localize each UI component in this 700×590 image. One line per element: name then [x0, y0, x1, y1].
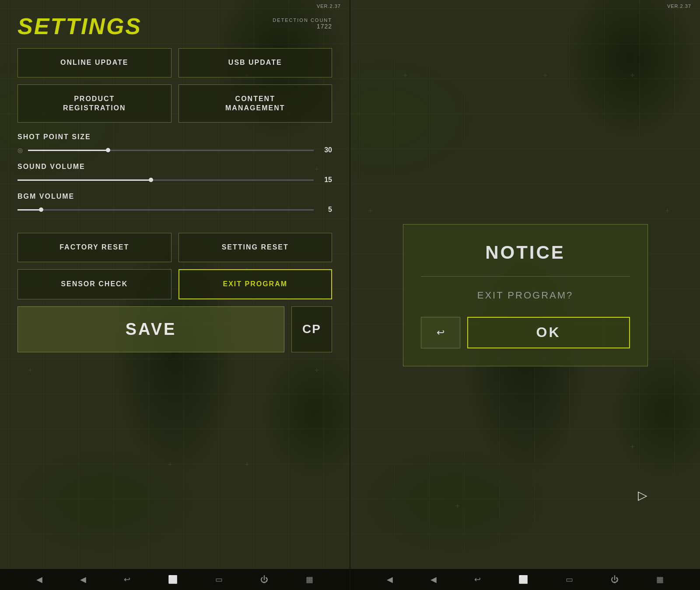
sound-volume-label: SOUND VOLUME [18, 163, 332, 171]
shot-point-size-value: 30 [319, 146, 332, 154]
sensor-check-button[interactable]: SENSOR CHECK [18, 269, 172, 299]
factory-reset-button[interactable]: FACTORY RESET [18, 233, 172, 262]
notice-dialog: NOTICE EXIT PROGRAM? ↩ OK [403, 224, 648, 366]
bgm-volume-label: BGM VOLUME [18, 193, 332, 200]
left-panel: + + + + + + + + + + VER.2.37 SETTINGS DE… [0, 0, 350, 590]
right-panel-content: NOTICE EXIT PROGRAM? ↩ OK ▷ [350, 0, 700, 590]
header: SETTINGS DETECTION COUNT 1722 [18, 9, 332, 39]
detection-label: DETECTION COUNT [273, 18, 332, 23]
detection-count: 1722 [273, 23, 332, 30]
page-title: SETTINGS [18, 13, 142, 39]
online-update-button[interactable]: ONLINE UPDATE [18, 48, 172, 77]
product-registration-button[interactable]: PRODUCTREGISTRATION [18, 84, 172, 123]
back-arrow-icon: ↩ [437, 327, 444, 338]
notice-back-button[interactable]: ↩ [421, 317, 460, 348]
notice-buttons: ↩ OK [421, 317, 630, 348]
mouse-cursor-icon: ▷ [638, 488, 648, 502]
usb-update-button[interactable]: USB UPDATE [178, 48, 332, 77]
cursor-area: ▷ [638, 488, 648, 502]
cp-button[interactable]: CP [291, 306, 332, 352]
sound-volume-slider[interactable] [18, 179, 314, 181]
content-management-button[interactable]: CONTENTMANAGEMENT [178, 84, 332, 123]
bottom-button-grid: FACTORY RESET SETTING RESET SENSOR CHECK… [18, 233, 332, 299]
bgm-volume-section: BGM VOLUME 5 [18, 193, 332, 214]
detection-info: DETECTION COUNT 1722 [273, 13, 332, 30]
shot-point-icon: ◎ [18, 147, 23, 154]
save-row: SAVE CP [18, 306, 332, 352]
shot-point-size-slider[interactable] [28, 150, 314, 151]
right-panel: + + + + + + + + + + VER.2.37 NOTICE EXIT… [350, 0, 700, 590]
sound-volume-value: 15 [319, 176, 332, 184]
save-button[interactable]: SAVE [18, 306, 284, 352]
setting-reset-button[interactable]: SETTING RESET [178, 233, 332, 262]
shot-point-size-section: SHOT POINT SIZE ◎ 30 [18, 133, 332, 154]
notice-message: EXIT PROGRAM? [421, 290, 630, 301]
bgm-volume-slider[interactable] [18, 209, 314, 211]
shot-point-size-label: SHOT POINT SIZE [18, 133, 332, 141]
bgm-volume-value: 5 [319, 206, 332, 214]
notice-divider [421, 276, 630, 277]
notice-ok-button[interactable]: OK [467, 317, 630, 348]
sound-volume-section: SOUND VOLUME 15 [18, 163, 332, 184]
exit-program-button[interactable]: EXIT PROGRAM [178, 269, 332, 299]
top-button-grid: ONLINE UPDATE USB UPDATE PRODUCTREGISTRA… [18, 48, 332, 123]
notice-title: NOTICE [421, 242, 630, 263]
